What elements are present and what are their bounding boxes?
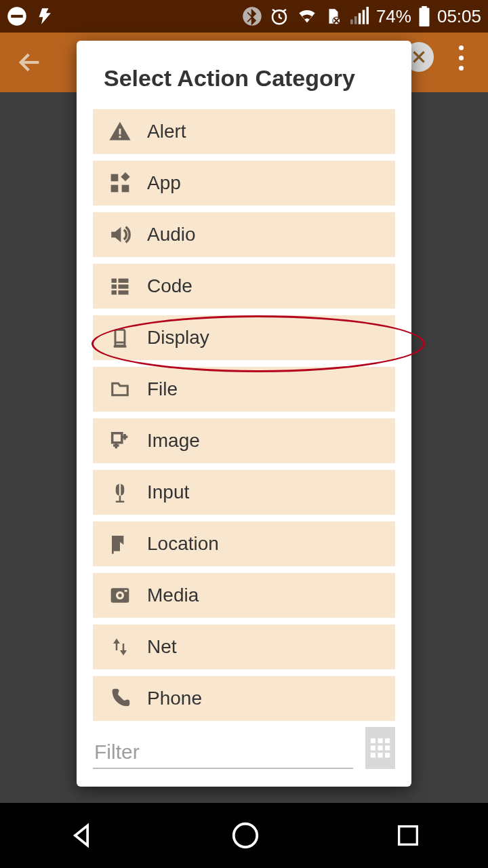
svg-rect-16: [111, 185, 119, 193]
svg-rect-11: [422, 6, 427, 9]
svg-rect-18: [112, 279, 117, 283]
category-list: AlertAppAudioCodeDisplayFileImageInputLo…: [93, 109, 395, 721]
svg-rect-36: [385, 738, 390, 743]
svg-rect-19: [119, 279, 129, 283]
category-item-audio[interactable]: Audio: [93, 212, 395, 257]
bluetooth-icon: [242, 6, 262, 26]
svg-rect-15: [111, 174, 119, 182]
action-category-dialog: Select Action Category AlertAppAudioCode…: [77, 41, 411, 787]
svg-rect-42: [385, 753, 390, 757]
category-item-media[interactable]: Media: [93, 573, 395, 618]
svg-rect-37: [371, 745, 375, 750]
category-label: Image: [147, 430, 200, 452]
category-label: Location: [147, 533, 219, 555]
triangle-back-icon: [66, 821, 96, 850]
screen: 74% 05:05 Select Action Category AlertAp…: [0, 0, 488, 868]
svg-rect-29: [116, 501, 125, 503]
filter-input[interactable]: [93, 736, 353, 769]
svg-rect-13: [119, 129, 121, 135]
dot-icon: [459, 45, 464, 50]
category-item-phone[interactable]: Phone: [93, 676, 395, 721]
circle-home-icon: [230, 820, 261, 851]
grid-icon: [369, 736, 392, 760]
code-icon: [93, 276, 147, 296]
svg-rect-6: [354, 16, 357, 24]
filter-row: [93, 727, 395, 773]
input-icon: [93, 480, 147, 505]
dot-icon: [459, 56, 464, 60]
svg-rect-38: [378, 745, 382, 750]
alarm-icon: [269, 6, 289, 26]
svg-rect-20: [112, 285, 117, 289]
svg-rect-30: [112, 536, 114, 554]
clock-text: 05:05: [437, 6, 481, 27]
display-icon: [93, 326, 147, 350]
category-item-input[interactable]: Input: [93, 470, 395, 515]
svg-rect-33: [125, 590, 127, 592]
nav-back[interactable]: [66, 821, 96, 850]
cellular-icon: [349, 7, 369, 26]
svg-rect-39: [385, 745, 390, 750]
media-icon: [93, 585, 147, 606]
arrow-left-icon: [16, 49, 43, 76]
svg-rect-28: [119, 496, 121, 502]
category-label: Code: [147, 275, 192, 297]
category-label: Audio: [147, 224, 196, 245]
battery-icon: [418, 6, 430, 26]
svg-rect-44: [399, 827, 417, 845]
bolt-icon: [37, 6, 56, 26]
wifi-icon: [296, 7, 318, 26]
nav-home[interactable]: [230, 820, 261, 851]
category-item-location[interactable]: Location: [93, 521, 395, 566]
svg-rect-41: [378, 753, 382, 757]
svg-rect-9: [366, 7, 369, 24]
svg-rect-14: [119, 136, 121, 138]
sim-icon: [325, 6, 342, 26]
category-label: Alert: [147, 121, 186, 142]
category-label: Input: [147, 481, 189, 503]
net-icon: [93, 635, 147, 658]
svg-rect-23: [119, 290, 129, 294]
grid-toggle-button[interactable]: [365, 727, 395, 769]
category-item-image[interactable]: Image: [93, 418, 395, 463]
category-item-alert[interactable]: Alert: [93, 109, 395, 154]
close-icon: [410, 48, 428, 66]
svg-rect-1: [11, 15, 23, 18]
category-item-net[interactable]: Net: [93, 625, 395, 669]
category-label: App: [147, 172, 181, 194]
nav-recent[interactable]: [394, 822, 422, 849]
dnd-icon: [7, 6, 27, 26]
app-icon: [93, 172, 147, 194]
svg-rect-5: [350, 20, 353, 24]
dialog-title: Select Action Category: [104, 65, 395, 92]
dot-icon: [459, 66, 464, 71]
svg-rect-21: [119, 285, 129, 289]
phone-icon: [93, 687, 147, 710]
svg-rect-40: [371, 753, 375, 757]
overflow-menu[interactable]: [447, 37, 474, 78]
category-label: Phone: [147, 688, 202, 709]
svg-rect-34: [371, 738, 375, 743]
image-icon: [93, 429, 147, 452]
category-label: Net: [147, 636, 177, 658]
svg-rect-22: [112, 290, 117, 294]
status-left: [7, 6, 56, 26]
svg-rect-17: [122, 185, 129, 193]
svg-rect-7: [359, 13, 361, 24]
status-bar: 74% 05:05: [0, 0, 488, 33]
location-icon: [93, 532, 147, 555]
category-label: File: [147, 378, 178, 400]
category-item-file[interactable]: File: [93, 367, 395, 412]
svg-rect-8: [363, 10, 365, 24]
android-navbar: [0, 803, 488, 868]
category-item-display[interactable]: Display: [93, 315, 395, 360]
alert-icon: [93, 120, 147, 143]
square-recent-icon: [394, 822, 422, 849]
svg-rect-35: [378, 738, 382, 743]
category-item-code[interactable]: Code: [93, 264, 395, 309]
category-label: Media: [147, 585, 199, 606]
category-label: Display: [147, 327, 209, 349]
category-item-app[interactable]: App: [93, 161, 395, 205]
svg-point-43: [234, 824, 258, 848]
back-button[interactable]: [0, 33, 60, 92]
